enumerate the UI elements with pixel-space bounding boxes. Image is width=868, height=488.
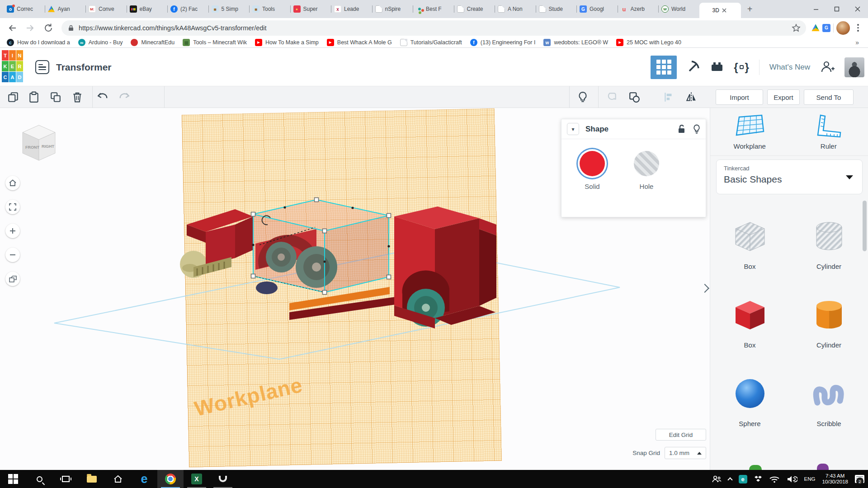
dropbox-tray-icon[interactable] [754,475,762,483]
viewcube-right-label[interactable]: RIGHT [42,144,55,149]
close-tab-icon[interactable] [722,6,726,14]
browser-tab[interactable]: M:Conve [85,0,127,18]
fit-view-button[interactable] [5,200,20,214]
bookmarks-overflow-chevron[interactable]: » [855,39,865,46]
snap-grid-select[interactable]: 1.0 mm [665,447,706,459]
undo-icon[interactable] [97,91,108,103]
solid-swatch[interactable] [580,151,605,176]
minecraft-pickaxe-icon[interactable] [687,60,700,75]
view-cube[interactable]: FRONT RIGHT [16,121,61,164]
tray-expand-chevron[interactable] [727,477,732,482]
bookmark-item[interactable]: ▶Best Whack A Mole G [323,39,396,46]
volume-icon[interactable] [787,475,797,483]
panel-collapse-button[interactable]: ▾ [567,123,579,135]
maximize-button[interactable] [826,0,847,18]
hole-option[interactable]: Hole [634,151,659,190]
edit-grid-button[interactable]: Edit Grid [656,429,706,441]
home-view-button[interactable] [5,176,20,190]
bookmark-item[interactable]: ▶How To Make a Simp [251,39,323,46]
search-button[interactable] [26,470,52,488]
edge-button[interactable]: e [131,470,157,488]
light-view-icon[interactable] [577,91,589,103]
bookmark-item[interactable]: MinecraftEdu [127,39,179,46]
copy-icon[interactable] [7,91,19,103]
bookmark-item[interactable]: Tutorials/Galacticraft [396,39,466,46]
paint3d-button[interactable] [210,470,236,488]
ungroup-icon[interactable] [628,91,640,103]
bookmark-item[interactable]: wwedobots: LEGO® W [539,39,612,46]
bookmark-item[interactable]: ▶25 MOC with Lego 40 [612,39,685,46]
eset-tray-icon[interactable]: e [739,475,747,483]
task-view-button[interactable] [52,470,79,488]
active-tab[interactable]: 3D [699,3,741,18]
browser-menu-icon[interactable] [853,24,863,32]
translate-extension-icon[interactable]: G [822,24,830,32]
shape-item-cylinder[interactable]: Cylinder [789,197,868,276]
browser-profile-avatar[interactable] [836,21,850,35]
workplane-tool[interactable]: Workplane [710,108,789,155]
shape-item-scribble[interactable]: Scribble [789,355,868,433]
excel-button[interactable]: X [184,470,210,488]
mirror-icon[interactable] [685,91,697,103]
file-explorer-button[interactable] [79,470,105,488]
address-bar[interactable]: https://www.tinkercad.com/things/kA48Aws… [61,20,806,36]
bookmark-item[interactable]: f(13) Engineering For I [466,39,540,46]
browser-tab[interactable]: f(2) Fac [167,0,208,18]
start-button[interactable] [0,470,26,488]
align-icon[interactable] [663,91,675,103]
zoom-out-button[interactable] [5,248,20,262]
bookmark-item[interactable]: cHow do I download a [3,39,74,46]
lock-open-icon[interactable] [677,124,686,134]
home-app-button[interactable] [105,470,131,488]
reload-button[interactable] [41,20,56,36]
people-icon[interactable] [712,475,722,483]
shape-item-sphere[interactable]: Sphere [710,355,789,433]
bookmark-item[interactable]: ▦Tools – Minecraft Wik [179,39,251,46]
browser-tab[interactable]: Create [454,0,495,18]
dashboard-grid-button[interactable] [651,56,677,79]
browser-tab[interactable]: ■5 Simp [208,0,250,18]
browser-tab[interactable]: Stude [536,0,577,18]
bookmark-star-icon[interactable] [792,23,801,34]
browser-tab[interactable]: uAzerb [618,0,659,18]
user-avatar[interactable] [844,57,864,77]
design-menu-icon[interactable] [35,60,49,74]
duplicate-icon[interactable] [50,91,61,103]
action-center-icon[interactable]: 2 [855,475,864,483]
group-icon[interactable] [606,91,618,103]
selection-box[interactable] [251,198,391,295]
shape-item-box[interactable]: Box [710,197,789,276]
export-button[interactable]: Export [767,89,800,105]
paste-icon[interactable] [28,91,40,103]
import-button[interactable]: Import [716,89,763,105]
sidebar-scrollbar[interactable] [863,201,867,251]
brick-icon[interactable] [710,61,724,74]
next-shape-partial[interactable] [749,465,762,470]
bookmark-item[interactable]: ∞Arduino - Buy [74,39,127,46]
browser-tab[interactable]: xLeade [331,0,372,18]
delete-icon[interactable] [71,91,83,103]
browser-tab[interactable]: GGoogl [576,0,618,18]
hole-swatch[interactable] [634,151,659,176]
whats-new-link[interactable]: What's New [769,63,810,72]
browser-tab[interactable]: Ayan [45,0,86,18]
chrome-button[interactable] [157,470,184,488]
browser-tab[interactable]: WWorld [658,0,699,18]
shape-item-cylinder[interactable]: Cylinder [789,276,868,355]
shape-item-box[interactable]: Box [710,276,789,355]
minimize-button[interactable] [806,0,826,18]
solid-option[interactable]: Solid [580,151,605,190]
add-user-icon[interactable] [820,60,835,75]
viewcube-front-label[interactable]: FRONT [25,145,39,150]
redo-icon[interactable] [118,91,130,103]
ruler-tool[interactable]: Ruler [789,108,868,155]
browser-tab[interactable]: eBay [127,0,168,18]
browser-tab[interactable]: A Non [495,0,536,18]
new-tab-button[interactable]: + [744,3,756,15]
tinkercad-logo[interactable]: TINKERCAD [2,50,23,82]
language-indicator[interactable]: ENG [804,476,816,482]
wifi-icon[interactable] [769,475,780,483]
browser-tab[interactable]: ●Super [290,0,331,18]
drive-extension-icon[interactable] [811,24,820,32]
perspective-toggle-button[interactable] [5,272,20,286]
